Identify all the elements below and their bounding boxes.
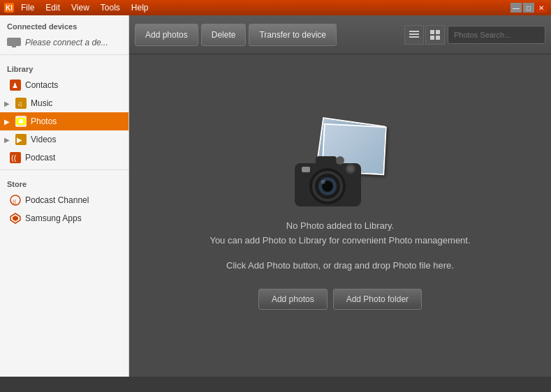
empty-text-1: No Photo added to Library. <box>286 220 394 231</box>
svg-text:((: (( <box>11 153 17 162</box>
library-label: Library <box>0 58 128 76</box>
close-button[interactable]: ✕ <box>536 3 547 13</box>
photos-arrow-icon: ▶ <box>4 118 11 126</box>
content-add-photo-folder-button[interactable]: Add Photo folder <box>333 289 422 310</box>
divider-1 <box>0 54 128 55</box>
empty-message-1: No Photo added to Library. You can add P… <box>210 219 470 248</box>
connected-devices-label: Connected devices <box>0 15 128 33</box>
svg-rect-22 <box>430 36 434 40</box>
content-area: No Photo added to Library. You can add P… <box>129 54 551 377</box>
sidebar: Connected devices Please connect a de...… <box>0 15 129 377</box>
contacts-label: Contacts <box>25 80 58 90</box>
svg-text:((: (( <box>13 198 17 204</box>
sidebar-item-samsung-apps[interactable]: Samsung Apps <box>0 209 128 227</box>
svg-point-40 <box>321 180 325 184</box>
photo-illustration <box>291 121 389 205</box>
empty-hint: Click Add Photo button, or drag and drop… <box>226 260 454 271</box>
sidebar-item-podcast-channel[interactable]: (( Podcast Channel <box>0 191 128 209</box>
list-view-icon <box>409 30 419 40</box>
empty-text-2: You can add Photo to Library for conveni… <box>210 235 470 246</box>
grid-view-icon <box>430 30 440 40</box>
podcast-icon: (( <box>10 152 21 163</box>
maximize-button[interactable]: □ <box>523 3 534 13</box>
samsung-apps-icon <box>10 213 21 224</box>
svg-marker-16 <box>13 216 18 221</box>
toolbar: Add photos Delete Transfer to device <box>129 15 551 54</box>
svg-rect-23 <box>436 36 440 40</box>
list-view-button[interactable] <box>404 25 424 45</box>
videos-arrow-icon: ▶ <box>4 136 11 144</box>
store-label: Store <box>0 173 128 191</box>
search-input[interactable] <box>448 26 545 44</box>
menu-edit[interactable]: Edit <box>41 3 64 13</box>
main-content: Add photos Delete Transfer to device <box>129 15 551 377</box>
samsung-apps-label: Samsung Apps <box>25 213 82 223</box>
svg-point-38 <box>348 166 353 172</box>
title-bar: KI File Edit View Tools Help — □ ✕ <box>0 0 551 15</box>
sidebar-item-contacts[interactable]: ♟ Contacts <box>0 76 128 94</box>
svg-rect-20 <box>430 30 434 34</box>
svg-text:♟: ♟ <box>12 82 18 89</box>
add-photos-button[interactable]: Add photos <box>135 24 198 46</box>
svg-rect-19 <box>409 36 419 38</box>
podcast-channel-icon: (( <box>10 195 21 206</box>
minimize-button[interactable]: — <box>510 3 522 13</box>
transfer-to-device-button[interactable]: Transfer to device <box>249 24 337 46</box>
svg-rect-17 <box>409 31 419 32</box>
svg-rect-36 <box>302 167 310 172</box>
videos-label: Videos <box>31 135 56 144</box>
music-icon: ♫ <box>15 98 27 109</box>
app-layout: Connected devices Please connect a de...… <box>0 15 551 377</box>
svg-text:♫: ♫ <box>17 100 23 107</box>
view-toggle <box>404 25 445 45</box>
window-controls: — □ ✕ <box>510 3 547 13</box>
device-placeholder-text: Please connect a de... <box>25 38 108 47</box>
contacts-icon: ♟ <box>10 80 21 91</box>
svg-rect-21 <box>436 30 440 34</box>
sidebar-item-music[interactable]: ▶ ♫ Music <box>0 94 128 112</box>
svg-point-39 <box>336 156 344 165</box>
menu-tools[interactable]: Tools <box>96 3 124 13</box>
menu-file[interactable]: File <box>17 3 38 13</box>
content-add-photos-button[interactable]: Add photos <box>258 289 328 310</box>
connected-device-item: Please connect a de... <box>0 33 128 52</box>
svg-text:▶: ▶ <box>17 136 22 144</box>
music-label: Music <box>31 98 52 108</box>
content-action-buttons: Add photos Add Photo folder <box>258 289 422 310</box>
sidebar-item-videos[interactable]: ▶ ▶ Videos <box>0 130 128 149</box>
photos-label: Photos <box>31 116 57 126</box>
camera-svg <box>291 149 361 205</box>
device-icon <box>7 38 21 47</box>
sidebar-item-photos[interactable]: ▶ Photos <box>0 112 128 130</box>
sidebar-item-podcast[interactable]: (( Podcast <box>0 149 128 167</box>
app-icon: KI <box>4 3 14 13</box>
photos-icon <box>15 116 27 127</box>
divider-2 <box>0 169 128 170</box>
svg-rect-0 <box>7 38 21 46</box>
delete-button[interactable]: Delete <box>201 24 247 46</box>
menu-help[interactable]: Help <box>127 3 153 13</box>
podcast-channel-label: Podcast Channel <box>25 195 89 205</box>
grid-view-button[interactable] <box>425 25 445 45</box>
podcast-label: Podcast <box>25 153 55 163</box>
title-bar-left: KI File Edit View Tools Help <box>4 3 153 13</box>
svg-rect-30 <box>316 156 337 167</box>
videos-icon: ▶ <box>15 134 27 145</box>
svg-rect-18 <box>409 33 419 35</box>
svg-point-8 <box>19 119 23 123</box>
menu-view[interactable]: View <box>67 3 94 13</box>
svg-rect-1 <box>12 46 16 47</box>
music-arrow-icon: ▶ <box>4 100 11 107</box>
